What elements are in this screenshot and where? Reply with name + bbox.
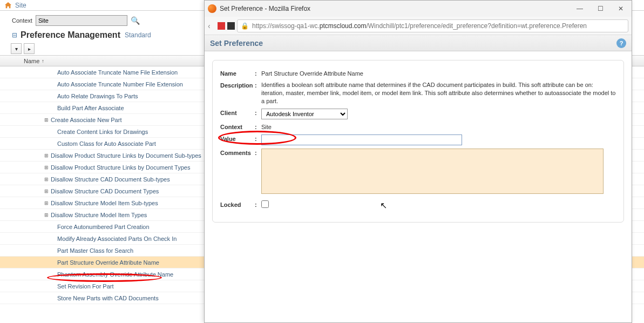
firefox-logo-icon [208,4,216,13]
sort-asc-icon: ↑ [42,58,44,64]
page-content: Set Preference ? Name: Part Structure Ov… [205,35,632,322]
minimize-button[interactable]: — [572,3,587,15]
tree-row-label: Disallow Structure Model Item Types [51,212,147,218]
window-titlebar[interactable]: Set Preference - Mozilla Firefox — ☐ ✕ [205,1,632,17]
address-bar[interactable]: 🔒 https://swissog-qa1-wc.ptcmscloud.com/… [237,19,628,32]
form-panel: Name: Part Structure Override Attribute … [212,60,624,223]
tree-row-label: Phantom Assembly Override Attribute Name [57,271,173,278]
help-icon[interactable]: ? [616,38,626,48]
tree-row-label: Set Revision For Part [57,283,114,290]
tree-row-label: Part Structure Override Attribute Name [57,259,159,266]
value-input[interactable] [261,134,462,145]
context-input[interactable] [36,15,127,26]
expand-icon[interactable]: ⊞ [43,212,50,218]
lock-icon: 🔒 [241,22,249,30]
svg-rect-1 [227,22,235,30]
tree-row-label: Build Part After Associate [57,105,124,111]
expand-icon[interactable]: ⊞ [43,117,50,123]
back-icon[interactable]: ‹ [208,22,215,30]
tree-row-label: Disallow Product Structure Links by Docu… [51,164,190,171]
tree-row-label: Disallow Structure CAD Document Types [51,188,159,194]
expand-icon[interactable]: ⊞ [43,177,50,182]
extension-icon-2[interactable] [227,22,235,30]
expand-icon[interactable]: ⊞ [43,165,50,170]
firefox-window: Set Preference - Mozilla Firefox — ☐ ✕ ‹… [204,0,632,323]
window-title: Set Preference - Mozilla Firefox [220,5,572,12]
tree-row-label: Auto Associate Truncate Name File Extens… [57,69,178,76]
comments-textarea[interactable] [261,149,604,194]
tree-row-label: Create Content Links for Drawings [57,129,148,135]
tree-row-label: Disallow Structure CAD Document Sub-type… [51,176,170,183]
row-description: Description: Identifies a boolean soft a… [220,81,616,105]
expand-icon[interactable]: ⊞ [43,153,50,158]
context-label: Context [12,17,32,24]
client-select[interactable]: Autodesk Inventor [261,109,348,119]
collapse-icon[interactable]: ⊟ [12,31,17,39]
row-comments: Comments: [220,149,616,196]
dialog-header: Set Preference ? [205,35,632,51]
row-value: Value: [220,134,616,145]
toolbar-btn-2[interactable]: ▸ [24,43,35,54]
tree-row-label: Force Autonumbered Part Creation [57,224,150,230]
expand-icon[interactable]: ⊞ [43,189,50,194]
tree-row-label: Create Associate New Part [51,117,121,123]
tree-row-label: Modify Already Associated Parts On Check… [57,235,177,242]
dialog-title: Set Preference [210,39,616,48]
tree-row-label: Disallow Structure Model Item Sub-types [51,200,158,206]
tree-row-label: Auto Relate Drawings To Parts [57,93,138,99]
tree-row-label: Custom Class for Auto Associate Part [57,140,156,147]
tree-row-label: Auto Associate Truncate Number File Exte… [57,81,183,88]
tree-row-label: Part Master Class for Search [57,247,133,254]
search-icon[interactable]: 🔍 [131,16,140,25]
maximize-button[interactable]: ☐ [593,3,608,15]
home-icon[interactable] [4,2,12,9]
row-name: Name: Part Structure Override Attribute … [220,69,616,78]
tree-row-label: Disallow Product Structure Links by Docu… [51,152,201,159]
extension-icon-1[interactable] [218,22,225,30]
breadcrumb-site[interactable]: Site [15,2,26,9]
browser-toolbar: ‹ 🔒 https://swissog-qa1-wc.ptcmscloud.co… [205,17,632,35]
page-title: Preference Management [21,30,120,40]
tree-row-label: Store New Parts with CAD Documents [57,295,159,301]
page-subtitle[interactable]: Standard [125,31,151,39]
close-button[interactable]: ✕ [613,3,628,15]
expand-icon[interactable]: ⊞ [43,200,50,206]
row-context: Context: Site [220,123,616,131]
locked-checkbox[interactable] [261,200,269,208]
svg-rect-0 [218,22,225,30]
dialog-body: Name: Part Structure Override Attribute … [205,51,632,322]
row-locked: Locked: [220,200,616,210]
toolbar-btn-1[interactable]: ▾ [11,43,22,54]
row-client: Client: Autodesk Inventor [220,109,616,119]
